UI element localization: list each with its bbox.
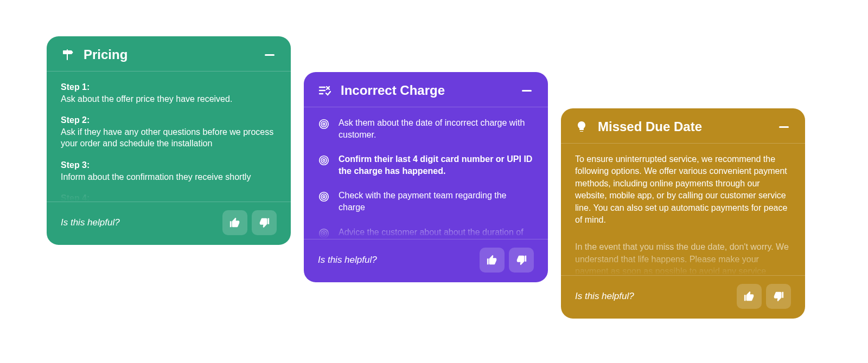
target-icon xyxy=(318,153,330,177)
list-item-text: Advice the customer about about the dura… xyxy=(339,226,534,239)
list-item: Confirm their last 4 digit card number o… xyxy=(318,153,534,190)
pricing-card: Pricing Step 1: Ask about the offer pric… xyxy=(47,36,291,245)
helpful-prompt: Is this helpful? xyxy=(318,255,475,265)
divider xyxy=(561,275,805,276)
card-title: Incorrect Charge xyxy=(341,83,512,98)
card-body: Ask them about the date of incorrect cha… xyxy=(304,107,548,239)
step-text: Ask about the offer price they have rece… xyxy=(61,94,232,103)
svg-point-12 xyxy=(321,194,327,199)
list-item: Advice the customer about about the dura… xyxy=(318,226,534,239)
collapse-button[interactable] xyxy=(265,54,275,56)
incorrect-charge-card: Incorrect Charge Ask them about the date… xyxy=(304,72,548,282)
step-label: Step 4: xyxy=(61,193,90,202)
card-body: Step 1: Ask about the offer price they h… xyxy=(47,72,291,202)
svg-point-7 xyxy=(323,123,325,125)
svg-point-16 xyxy=(323,232,325,235)
divider xyxy=(304,239,548,239)
collapse-button[interactable] xyxy=(522,90,532,92)
thumbs-down-button[interactable] xyxy=(252,210,277,235)
card-header: Missed Due Date xyxy=(561,108,805,143)
step-item: Step 1: Ask about the offer price they h… xyxy=(61,81,277,105)
collapse-button[interactable] xyxy=(779,126,789,128)
thumbs-up-button[interactable] xyxy=(222,210,247,235)
card-title: Missed Due Date xyxy=(598,119,769,134)
list-item-text: Check with the payment team regarding th… xyxy=(339,190,534,213)
card-footer: Is this helpful? xyxy=(304,239,548,282)
list-item-text: Ask them about the date of incorrect cha… xyxy=(339,117,534,140)
missed-due-date-card: Missed Due Date To ensure uninterrupted … xyxy=(561,108,805,319)
card-footer: Is this helpful? xyxy=(47,202,291,245)
list-item: Ask them about the date of incorrect cha… xyxy=(318,117,534,153)
target-icon xyxy=(318,226,330,239)
thumbs-up-button[interactable] xyxy=(480,248,505,273)
thumbs-down-button[interactable] xyxy=(509,248,534,273)
step-item: Step 3: Inform about the confirmation th… xyxy=(61,159,277,183)
helpful-prompt: Is this helpful? xyxy=(575,291,732,302)
svg-point-15 xyxy=(321,231,327,236)
step-item: Step 4: Receive your confirmation shortl… xyxy=(61,192,277,202)
step-item: Step 2: Ask if they have any other quest… xyxy=(61,114,277,150)
svg-point-6 xyxy=(321,121,327,127)
lightbulb-icon xyxy=(575,120,588,133)
checklist-icon xyxy=(318,84,331,97)
card-body: To ensure uninterrupted service, we reco… xyxy=(561,144,805,275)
list-item-text: Confirm their last 4 digit card number o… xyxy=(339,153,534,177)
signpost-icon xyxy=(61,48,74,61)
step-text: Inform about the confirmation they recei… xyxy=(61,172,251,182)
thumbs-up-button[interactable] xyxy=(737,284,762,309)
svg-point-10 xyxy=(323,159,325,161)
card-header: Pricing xyxy=(47,36,291,71)
divider xyxy=(47,202,291,202)
step-label: Step 3: xyxy=(61,160,90,170)
card-footer: Is this helpful? xyxy=(561,275,805,319)
svg-point-9 xyxy=(321,158,327,163)
list-item: Check with the payment team regarding th… xyxy=(318,190,534,226)
step-text: Ask if they have any other questions bef… xyxy=(61,127,273,148)
card-title: Pricing xyxy=(84,47,255,62)
target-icon xyxy=(318,117,330,140)
paragraph: In the event that you miss the due date,… xyxy=(575,241,791,275)
thumbs-down-button[interactable] xyxy=(766,284,791,309)
svg-point-13 xyxy=(323,196,325,198)
card-header: Incorrect Charge xyxy=(304,72,548,107)
step-label: Step 2: xyxy=(61,115,90,125)
helpful-prompt: Is this helpful? xyxy=(61,217,218,228)
target-icon xyxy=(318,190,330,213)
paragraph: To ensure uninterrupted service, we reco… xyxy=(575,153,791,226)
step-label: Step 1: xyxy=(61,82,90,92)
